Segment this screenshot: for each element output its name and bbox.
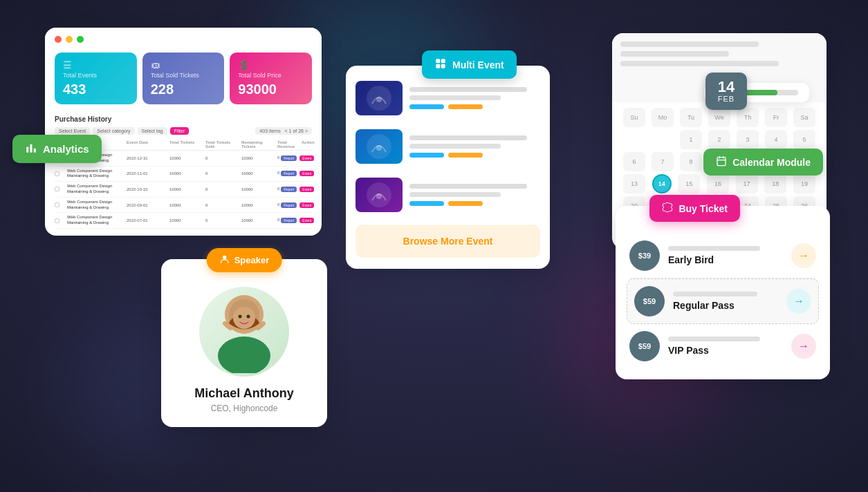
cal-cell[interactable]: 13: [623, 174, 645, 193]
buy-ticket-badge[interactable]: Buy Ticket: [649, 195, 740, 222]
event-tags-1: [409, 104, 540, 109]
ticket-icon: 🎟: [151, 59, 216, 70]
speaker-avatar: [199, 287, 289, 377]
cal-cell: [652, 130, 674, 149]
ticket-arrow-regular[interactable]: →: [786, 289, 811, 314]
cal-cell[interactable]: 3: [737, 130, 759, 149]
event-item-3: [346, 171, 550, 219]
filter-category[interactable]: Select category: [93, 127, 134, 135]
svg-rect-20: [717, 158, 726, 166]
event-tag-orange: [448, 104, 483, 109]
cal-cell: [623, 130, 645, 149]
cal-cell[interactable]: 5: [793, 130, 815, 149]
multi-event-card: Browse More Event: [346, 66, 550, 269]
event-tags-3: [409, 201, 540, 206]
multi-event-label: Multi Event: [452, 59, 504, 70]
analytics-badge[interactable]: Analytics: [12, 135, 102, 163]
cal-cell[interactable]: 17: [736, 174, 758, 193]
event-title-line-3: [409, 184, 527, 189]
concert-image-3: [355, 178, 403, 212]
cal-cell[interactable]: 18: [764, 174, 786, 193]
event-tag-blue: [409, 104, 444, 109]
cal-cell[interactable]: 15: [678, 174, 700, 193]
grid-icon: [434, 57, 447, 72]
event-info-3: [409, 184, 540, 206]
svg-rect-3: [436, 59, 440, 63]
ticket-vip-pass[interactable]: $59 VIP Pass →: [629, 324, 816, 368]
speaker-icon: [219, 254, 230, 267]
stat-sold-tickets: 🎟 Total Sold Tickets 228: [142, 53, 225, 104]
cal-cell[interactable]: 8: [680, 152, 702, 171]
cal-cell[interactable]: 4: [765, 130, 787, 149]
multi-event-badge[interactable]: Multi Event: [422, 50, 517, 79]
minimize-dot[interactable]: [66, 36, 73, 43]
cal-cell[interactable]: 6: [623, 152, 645, 171]
chart-icon: [25, 142, 37, 156]
cal-cell: Sa: [793, 108, 815, 127]
close-dot[interactable]: [55, 36, 62, 43]
svg-rect-6: [441, 64, 445, 68]
event-title-line-2: [409, 135, 527, 140]
ticket-early-bird[interactable]: $39 Early Bird →: [629, 234, 816, 278]
price-icon: 💲: [238, 59, 304, 70]
cal-cell: We: [708, 108, 730, 127]
speaker-name: Michael Anthony: [175, 386, 313, 401]
event-desc-line-2: [409, 144, 501, 149]
row-checkbox[interactable]: [55, 187, 59, 191]
event-tag-blue-2: [409, 153, 444, 158]
row-checkbox[interactable]: [55, 218, 59, 223]
cal-cell[interactable]: 7: [652, 152, 674, 171]
cal-cell[interactable]: 16: [707, 174, 729, 193]
cal-cell: Tu: [680, 108, 702, 127]
svg-rect-1: [30, 144, 33, 153]
calendar-date-month: FEB: [715, 95, 737, 103]
calendar-module-badge[interactable]: Calendar Module: [703, 149, 823, 176]
purchase-history-section: Purchase History Select Event Select cat…: [45, 111, 322, 236]
cal-cell: Su: [623, 108, 645, 127]
svg-rect-4: [441, 59, 445, 63]
cal-row-1: 1 2 3 4 5: [623, 130, 815, 149]
svg-rect-0: [26, 147, 28, 153]
cal-cell[interactable]: 19: [793, 174, 815, 193]
event-info-1: [409, 87, 540, 109]
cal-cell: Fr: [765, 108, 787, 127]
browse-more-button[interactable]: Browse More Event: [355, 225, 540, 258]
event-desc-line: [409, 95, 501, 100]
filter-row: Select Event Select category Select tag …: [55, 127, 312, 135]
svg-point-17: [233, 307, 255, 329]
cal-cell[interactable]: 2: [708, 130, 730, 149]
event-title-line: [409, 87, 527, 92]
svg-point-12: [376, 193, 382, 199]
filter-tag[interactable]: Select tag: [138, 127, 167, 135]
ticket-regular-pass[interactable]: $59 Regular Pass →: [627, 278, 819, 324]
maximize-dot[interactable]: [77, 36, 84, 43]
speaker-badge: Speaker: [207, 248, 282, 272]
svg-point-15: [218, 337, 270, 373]
filter-btn[interactable]: Filter: [170, 127, 190, 135]
row-checkbox[interactable]: [55, 171, 59, 176]
filter-event[interactable]: Select Event: [55, 127, 90, 135]
buy-ticket-label: Buy Ticket: [678, 203, 728, 214]
svg-point-13: [223, 256, 226, 259]
row-checkbox[interactable]: [55, 202, 59, 207]
window-controls: [45, 28, 322, 47]
cal-today-cell[interactable]: 14: [652, 174, 672, 193]
svg-point-8: [376, 97, 382, 102]
event-image-1: [355, 81, 403, 115]
dashboard-card: ☰ Total Events 433 🎟 Total Sold Tickets …: [45, 28, 322, 236]
ticket-line-3: [668, 337, 760, 341]
event-tag-orange-2: [448, 153, 483, 158]
event-item-2: [346, 122, 550, 171]
calendar-date-number: 14: [715, 79, 737, 95]
cal-cell[interactable]: 1: [680, 130, 702, 149]
table-row: Web Component Design Maintaining & Drawi…: [55, 167, 312, 182]
event-info-2: [409, 135, 540, 158]
ticket-arrow-early-bird[interactable]: →: [791, 243, 816, 268]
ticket-icon: [662, 202, 673, 215]
concert-image-1: [355, 81, 403, 115]
events-icon: ☰: [63, 59, 129, 70]
event-tag-blue-3: [409, 201, 444, 206]
ticket-info-regular: Regular Pass: [673, 292, 778, 311]
speaker-title: CEO, Highoncode: [175, 404, 313, 413]
ticket-arrow-vip[interactable]: →: [791, 334, 816, 359]
